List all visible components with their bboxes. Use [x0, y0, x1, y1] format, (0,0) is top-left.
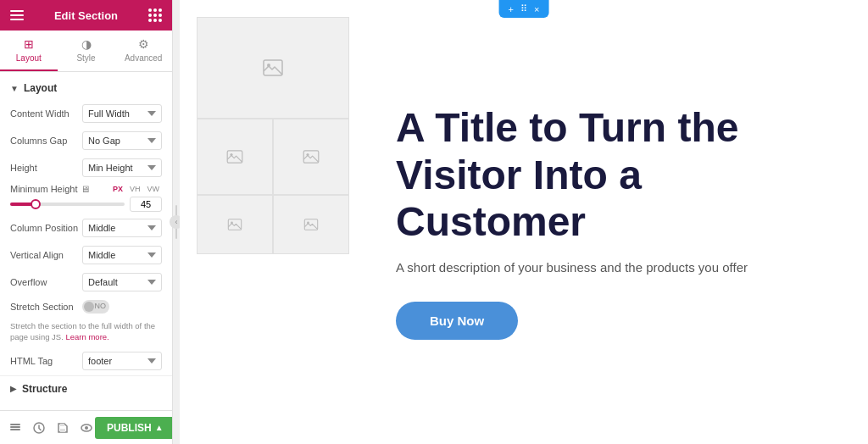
toggle-no-label: NO [95, 302, 107, 310]
tab-advanced[interactable]: ⚙ Advanced [114, 31, 172, 71]
columns-gap-row: Columns Gap No Gap Narrow Default [0, 128, 172, 153]
monitor-icon: 🖥 [81, 184, 90, 194]
tab-style[interactable]: ◑ Style [58, 31, 115, 71]
stretch-note: Stretch the section to the full width of… [0, 319, 172, 348]
slider-track[interactable] [10, 203, 125, 206]
history-icon[interactable] [31, 419, 47, 436]
advanced-tab-icon: ⚙ [138, 37, 149, 51]
structure-arrow: ▶ [10, 384, 17, 393]
image-large [197, 17, 349, 119]
panel-content: ▼ Layout Content Width Full Width Boxed … [0, 72, 172, 410]
slider-thumb[interactable] [31, 199, 41, 209]
height-label: Height [10, 163, 82, 173]
layers-icon[interactable] [7, 419, 24, 436]
column-position-select[interactable]: Top Middle Bottom [82, 219, 162, 237]
stretch-toggle-wrapper: NO [82, 300, 162, 314]
learn-more-link[interactable]: Learn more. [66, 332, 109, 341]
min-height-input[interactable] [130, 197, 162, 212]
svg-rect-4 [60, 429, 65, 432]
content-width-select[interactable]: Full Width Boxed [82, 104, 162, 123]
hamburger-icon[interactable] [8, 7, 25, 24]
unit-vw[interactable]: VW [145, 184, 163, 194]
hero-content: A Title to Turn the Visitor Into a Custo… [362, 0, 868, 444]
hero-description: A short description of your business and… [396, 258, 817, 278]
svg-rect-5 [60, 424, 64, 426]
min-height-units-row: Minimum Height 🖥 PX VH VW [10, 184, 162, 194]
unit-tabs: PX VH VW [110, 184, 162, 194]
resize-handle[interactable]: ‹ [173, 0, 180, 444]
grid-icon[interactable] [147, 7, 164, 24]
add-element-button[interactable]: + [506, 3, 516, 15]
stretch-toggle[interactable]: NO [82, 300, 109, 314]
panel-tabs: ⊞ Layout ◑ Style ⚙ Advanced [0, 31, 172, 72]
minimum-height-row: Minimum Height 🖥 PX VH VW [0, 182, 172, 215]
html-tag-row: HTML Tag header main footer section arti… [0, 348, 172, 374]
tab-layout[interactable]: ⊞ Layout [0, 31, 58, 71]
layout-section-label: Layout [24, 82, 57, 94]
slider-row [10, 197, 162, 212]
left-panel: Edit Section ⊞ Layout ◑ Style ⚙ Advanced… [0, 0, 173, 444]
vertical-align-select[interactable]: Top Middle Bottom [82, 246, 162, 264]
structure-label: Structure [22, 383, 67, 395]
toggle-thumb [84, 302, 94, 312]
content-width-row: Content Width Full Width Boxed [0, 101, 172, 126]
vertical-align-label: Vertical Align [10, 250, 82, 260]
overflow-select[interactable]: Default Hidden [82, 273, 162, 291]
html-tag-label: HTML Tag [10, 356, 82, 366]
image-bottom-right [273, 195, 349, 254]
svg-rect-1 [10, 429, 20, 430]
columns-gap-select[interactable]: No Gap Narrow Default [82, 131, 162, 150]
delete-button[interactable]: × [531, 3, 542, 15]
svg-rect-0 [10, 426, 20, 428]
minimum-height-label: Minimum Height 🖥 [10, 184, 90, 194]
stretch-section-row: Stretch Section NO [0, 297, 172, 317]
svg-point-7 [85, 426, 88, 430]
layout-section-arrow: ▼ [10, 84, 19, 93]
columns-gap-label: Columns Gap [10, 136, 82, 146]
bottom-icons [7, 419, 95, 436]
panel-title: Edit Section [54, 9, 118, 22]
save-template-icon[interactable] [54, 419, 71, 436]
eye-icon[interactable] [78, 419, 95, 436]
move-button[interactable]: ⠿ [518, 3, 530, 15]
image-grid [180, 0, 362, 444]
tab-style-label: Style [76, 53, 95, 63]
tab-advanced-label: Advanced [125, 53, 162, 63]
unit-vh[interactable]: VH [127, 184, 143, 194]
height-select[interactable]: Min Height Default Fit To Screen [82, 158, 162, 177]
content-width-label: Content Width [10, 108, 82, 119]
main-canvas: + ⠿ × A Title to Turn the Visitor [180, 0, 868, 444]
column-position-label: Column Position [10, 223, 82, 233]
style-tab-icon: ◑ [81, 37, 92, 51]
structure-section-header[interactable]: ▶ Structure [0, 375, 172, 402]
image-bottom-left [197, 195, 273, 254]
vertical-align-row: Vertical Align Top Middle Bottom [0, 242, 172, 268]
slider-fill [10, 203, 33, 206]
floating-toolbar: + ⠿ × [499, 0, 549, 18]
height-row: Height Min Height Default Fit To Screen [0, 155, 172, 180]
image-small-right [273, 119, 349, 195]
overflow-row: Overflow Default Hidden [0, 269, 172, 295]
publish-button[interactable]: PUBLISH ▲ [95, 417, 173, 439]
hero-title: A Title to Turn the Visitor Into a Custo… [396, 104, 817, 245]
stretch-section-label: Stretch Section [10, 302, 82, 312]
tab-layout-label: Layout [16, 53, 42, 63]
panel-header: Edit Section [0, 0, 172, 31]
column-position-row: Column Position Top Middle Bottom [0, 215, 172, 241]
bottom-bar: PUBLISH ▲ [0, 410, 172, 444]
layout-tab-icon: ⊞ [24, 37, 34, 51]
unit-px[interactable]: PX [110, 184, 125, 194]
svg-rect-2 [10, 424, 20, 425]
content-area: A Title to Turn the Visitor Into a Custo… [180, 0, 868, 444]
publish-chevron: ▲ [155, 423, 164, 432]
html-tag-select[interactable]: header main footer section article div [82, 352, 162, 370]
image-medium-left [197, 119, 273, 195]
buy-now-button[interactable]: Buy Now [396, 302, 518, 340]
overflow-label: Overflow [10, 277, 82, 287]
layout-section-header[interactable]: ▼ Layout [0, 79, 172, 101]
